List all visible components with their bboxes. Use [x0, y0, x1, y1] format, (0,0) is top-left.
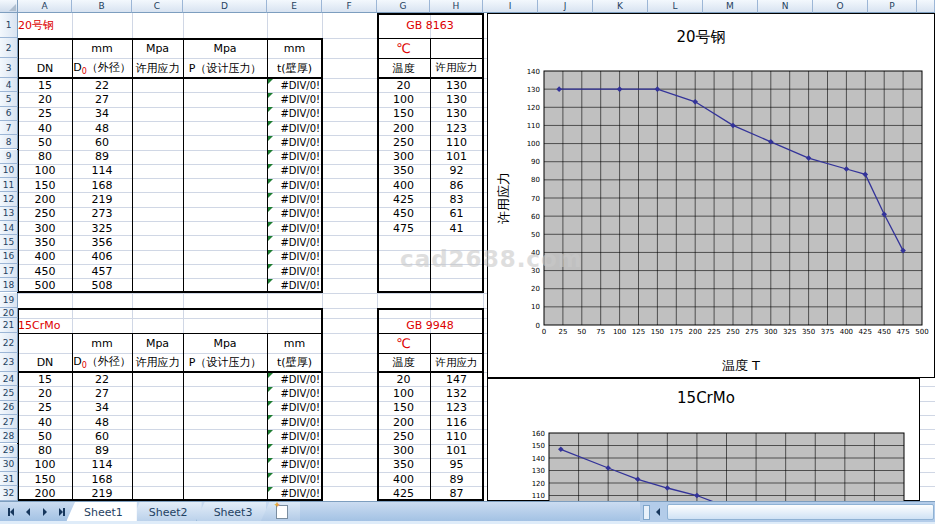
cell-8-5[interactable]: 130	[430, 92, 483, 106]
cell-7-3[interactable]: 温度	[377, 58, 430, 78]
cell-5-11[interactable]: #DIV/0!	[267, 178, 322, 192]
cell-4-3[interactable]: P（设计压力）	[183, 58, 267, 78]
insert-worksheet-button[interactable]: ✦	[260, 502, 300, 522]
cell-2-14[interactable]: 325	[72, 221, 132, 235]
cell-5-13[interactable]: #DIV/0!	[267, 207, 322, 221]
cell-5-24[interactable]: #DIV/0!	[267, 372, 322, 386]
cell-5-23[interactable]: t(壁厚)	[267, 353, 322, 372]
last-sheet-button[interactable]	[53, 504, 70, 520]
previous-sheet-button[interactable]	[19, 504, 36, 520]
column-header-L[interactable]: L	[648, 0, 703, 13]
cell-2-29[interactable]: 89	[72, 444, 132, 458]
column-header-G[interactable]: G	[377, 0, 430, 13]
cell-2-11[interactable]: 168	[72, 178, 132, 192]
cell-1-28[interactable]: 50	[18, 429, 72, 443]
cell-5-18[interactable]: #DIV/0!	[267, 278, 322, 292]
cell-7-11[interactable]: 400	[377, 178, 430, 192]
cell-2-25[interactable]: 27	[72, 386, 132, 400]
cell-8-29[interactable]: 101	[430, 444, 483, 458]
cell-5-2[interactable]: mm	[267, 38, 322, 58]
cell-3-2[interactable]: Mpa	[132, 38, 183, 58]
cell-8-4[interactable]: 130	[430, 78, 483, 92]
cell-4-2[interactable]: Mpa	[183, 38, 267, 58]
row-header-27[interactable]: 27	[0, 415, 18, 429]
gb8163-celsius[interactable]: ℃	[377, 38, 430, 58]
cell-7-25[interactable]: 100	[377, 386, 430, 400]
cell-5-8[interactable]: #DIV/0!	[267, 135, 322, 149]
cell-5-16[interactable]: #DIV/0!	[267, 250, 322, 264]
cell-2-9[interactable]: 89	[72, 150, 132, 164]
cell-1-25[interactable]: 20	[18, 386, 72, 400]
cell-2-7[interactable]: 48	[72, 121, 132, 135]
cell-7-29[interactable]: 300	[377, 444, 430, 458]
cell-7-32[interactable]: 425	[377, 486, 430, 500]
cell-2-30[interactable]: 114	[72, 458, 132, 472]
cell-2-28[interactable]: 60	[72, 429, 132, 443]
cell-5-25[interactable]: #DIV/0!	[267, 386, 322, 400]
cell-8-8[interactable]: 110	[430, 135, 483, 149]
gb8163-title[interactable]: GB 8163	[377, 13, 483, 38]
row-header-18[interactable]: 18	[0, 278, 18, 292]
column-header-J[interactable]: J	[538, 0, 593, 13]
row-header-20[interactable]: 20	[0, 308, 18, 318]
cell-8-7[interactable]: 123	[430, 121, 483, 135]
cell-5-29[interactable]: #DIV/0!	[267, 444, 322, 458]
sheet-tab-sheet2[interactable]: Sheet2	[131, 502, 202, 522]
cell-8-13[interactable]: 61	[430, 207, 483, 221]
column-header-M[interactable]: M	[703, 0, 758, 13]
cell-7-23[interactable]: 温度	[377, 353, 430, 372]
row-header-7[interactable]: 7	[0, 121, 18, 135]
cell-1-29[interactable]: 80	[18, 444, 72, 458]
cell-8-30[interactable]: 95	[430, 458, 483, 472]
cell-8-32[interactable]: 87	[430, 486, 483, 500]
column-header-B[interactable]: B	[72, 0, 132, 13]
column-header-C[interactable]: C	[132, 0, 183, 13]
cell-5-32[interactable]: #DIV/0!	[267, 486, 322, 500]
column-header-K[interactable]: K	[593, 0, 648, 13]
cell-8-24[interactable]: 147	[430, 372, 483, 386]
column-header-I[interactable]: I	[483, 0, 538, 13]
cell-7-31[interactable]: 400	[377, 472, 430, 486]
row-header-30[interactable]: 30	[0, 458, 18, 472]
cell-5-10[interactable]: #DIV/0!	[267, 164, 322, 178]
steel15-title[interactable]: 15CrMo	[18, 318, 72, 333]
cell-5-15[interactable]: #DIV/0!	[267, 235, 322, 249]
cell-5-3[interactable]: t(壁厚)	[267, 58, 322, 78]
cell-7-5[interactable]: 100	[377, 92, 430, 106]
cell-5-27[interactable]: #DIV/0!	[267, 415, 322, 429]
cell-7-7[interactable]: 200	[377, 121, 430, 135]
row-header-6[interactable]: 6	[0, 107, 18, 121]
cell-2-12[interactable]: 219	[72, 192, 132, 206]
cell-1-23[interactable]: DN	[18, 353, 72, 372]
cell-7-13[interactable]: 450	[377, 207, 430, 221]
cell-1-4[interactable]: 15	[18, 78, 72, 92]
cell-7-4[interactable]: 20	[377, 78, 430, 92]
cell-2-13[interactable]: 273	[72, 207, 132, 221]
cell-1-31[interactable]: 150	[18, 472, 72, 486]
cell-2-23[interactable]: D0（外径）	[72, 353, 132, 372]
row-header-23[interactable]: 23	[0, 353, 18, 372]
column-header-A[interactable]: A	[18, 0, 72, 13]
cell-1-6[interactable]: 25	[18, 107, 72, 121]
first-sheet-button[interactable]	[2, 504, 19, 520]
cell-2-10[interactable]: 114	[72, 164, 132, 178]
scrollbar-thumb[interactable]	[667, 504, 934, 520]
cell-1-3[interactable]: DN	[18, 58, 72, 78]
cell-5-12[interactable]: #DIV/0!	[267, 192, 322, 206]
cell-1-8[interactable]: 50	[18, 135, 72, 149]
row-header-29[interactable]: 29	[0, 444, 18, 458]
row-header-21[interactable]: 21	[0, 318, 18, 333]
cell-7-14[interactable]: 475	[377, 221, 430, 235]
cell-7-28[interactable]: 250	[377, 429, 430, 443]
cell-7-12[interactable]: 425	[377, 192, 430, 206]
cell-2-17[interactable]: 457	[72, 264, 132, 278]
row-header-15[interactable]: 15	[0, 235, 18, 249]
gb9948-title[interactable]: GB 9948	[377, 318, 483, 333]
row-header-11[interactable]: 11	[0, 178, 18, 192]
sheet-tab-sheet3[interactable]: Sheet3	[196, 502, 267, 522]
cell-5-28[interactable]: #DIV/0!	[267, 429, 322, 443]
cell-5-22[interactable]: mm	[267, 333, 322, 353]
cell-5-4[interactable]: #DIV/0!	[267, 78, 322, 92]
cell-5-5[interactable]: #DIV/0!	[267, 92, 322, 106]
cell-8-28[interactable]: 110	[430, 429, 483, 443]
